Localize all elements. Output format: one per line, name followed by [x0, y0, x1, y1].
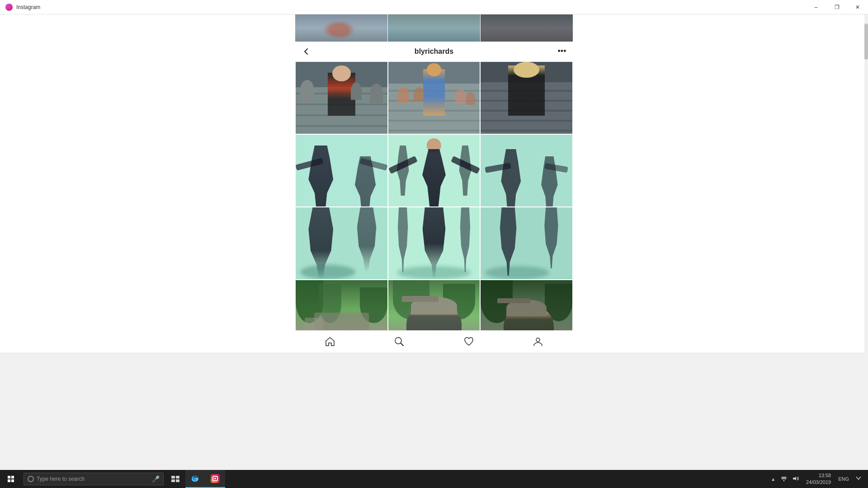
- grid-cell-3-3[interactable]: [480, 207, 573, 280]
- home-nav-button[interactable]: [319, 331, 341, 352]
- bottom-nav: [295, 330, 573, 352]
- grid-cell-3-1[interactable]: [295, 207, 388, 280]
- partial-cell-1: [295, 14, 388, 42]
- grid-cell-2-3[interactable]: [480, 134, 573, 207]
- taskbar-middle-section: [165, 470, 225, 488]
- system-clock[interactable]: 13:58 24/03/2019: [802, 472, 835, 486]
- svg-rect-4: [176, 476, 179, 479]
- back-button[interactable]: [299, 44, 313, 59]
- system-tray: ▲ 13:58 24/03/2019 ENG: [769, 472, 868, 486]
- app-window: Instagram – ❐ ✕: [0, 0, 868, 352]
- clock-time: 13:58: [806, 472, 831, 479]
- system-tray-expand[interactable]: ▲: [769, 475, 777, 483]
- search-icon: [28, 476, 34, 482]
- title-bar-left: Instagram: [0, 4, 40, 11]
- title-bar: Instagram – ❐ ✕: [0, 0, 868, 14]
- grid-cell-3-2[interactable]: [388, 207, 481, 280]
- maximize-button[interactable]: ❐: [826, 0, 847, 14]
- svg-line-1: [401, 343, 404, 346]
- minimize-button[interactable]: –: [806, 0, 826, 14]
- more-options-button[interactable]: •••: [555, 44, 569, 59]
- grid-cell-1-3[interactable]: [480, 61, 573, 134]
- partial-cell-3: [481, 14, 573, 42]
- close-button[interactable]: ✕: [847, 0, 868, 14]
- svg-rect-6: [176, 479, 179, 482]
- grid-row-1: [295, 61, 573, 134]
- partial-image-strip: [295, 14, 573, 42]
- start-button[interactable]: [0, 470, 22, 488]
- clock-date: 24/03/2019: [806, 479, 831, 486]
- svg-point-7: [783, 480, 785, 481]
- microphone-icon[interactable]: 🎤: [152, 475, 160, 483]
- scrollbar-track: [864, 14, 868, 352]
- search-placeholder-text: Type here to search: [37, 476, 152, 482]
- grid-cell-2-2[interactable]: [388, 134, 481, 207]
- grid-cell-1-2[interactable]: [388, 61, 481, 134]
- volume-icon[interactable]: [791, 474, 801, 484]
- task-view-button[interactable]: [165, 470, 185, 488]
- taskbar-search[interactable]: Type here to search 🎤: [24, 473, 164, 485]
- grid-cell-2-1[interactable]: [295, 134, 388, 207]
- app-icon: [5, 4, 13, 11]
- language-indicator[interactable]: ENG: [836, 474, 851, 483]
- taskbar: Type here to search 🎤: [0, 470, 868, 488]
- grid-row-2: [295, 134, 573, 207]
- notifications-button[interactable]: [853, 473, 864, 486]
- profile-username: blyrichards: [415, 47, 453, 56]
- scrollbar-thumb[interactable]: [864, 23, 868, 60]
- grid-cell-1-1[interactable]: [295, 61, 388, 134]
- svg-rect-3: [171, 476, 175, 479]
- svg-rect-5: [171, 479, 175, 482]
- grid-row-3: [295, 207, 573, 280]
- profile-nav-button[interactable]: [527, 331, 549, 352]
- edge-browser-taskbar-item[interactable]: [185, 470, 205, 488]
- partial-cell-2: [388, 14, 481, 42]
- photo-grid: [295, 61, 573, 352]
- instagram-taskbar-item[interactable]: [205, 470, 225, 488]
- search-nav-button[interactable]: [388, 331, 410, 352]
- windows-icon: [8, 476, 14, 482]
- svg-point-2: [536, 338, 540, 342]
- network-icon[interactable]: [779, 474, 789, 484]
- title-bar-controls: – ❐ ✕: [806, 0, 868, 14]
- heart-nav-button[interactable]: [458, 331, 480, 352]
- window-title: Instagram: [16, 4, 40, 10]
- svg-rect-9: [855, 475, 862, 482]
- svg-marker-8: [793, 477, 796, 480]
- profile-header: blyrichards •••: [295, 42, 573, 61]
- app-content: blyrichards •••: [0, 14, 868, 352]
